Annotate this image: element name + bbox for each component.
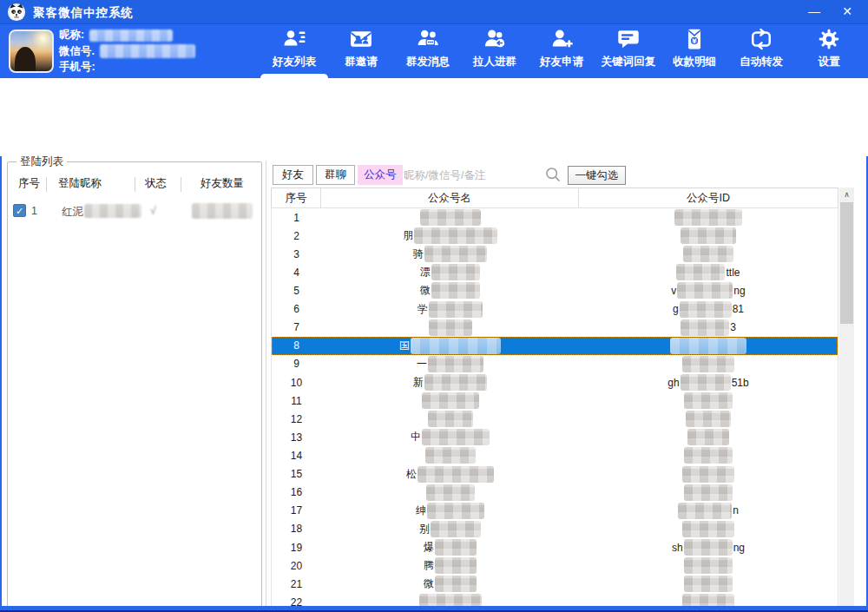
- tab-official-accounts[interactable]: 公众号: [358, 165, 403, 185]
- table-row[interactable]: 14: [272, 446, 838, 464]
- cell-no: 11: [272, 395, 321, 407]
- cell-account-name: 骑: [321, 247, 579, 261]
- app-logo-icon: [7, 3, 26, 22]
- nav-settings[interactable]: 设置: [790, 28, 868, 78]
- cell-text-fragment: 别: [419, 522, 430, 536]
- cell-account-name: 国: [321, 339, 579, 353]
- table-row[interactable]: 11: [272, 392, 838, 410]
- redaction-blur: [424, 246, 487, 262]
- header: 昵称: 微信号. 手机号: 好友列表 群邀请 群发消息 拉人进群 好友申请 关键…: [0, 24, 868, 78]
- redaction-blur: [429, 319, 472, 336]
- cell-text-fragment: 微: [420, 283, 431, 298]
- cell-text-fragment: 学: [418, 302, 428, 317]
- cell-no: 2: [272, 230, 321, 242]
- table-row[interactable]: 4漂ttle: [272, 263, 838, 281]
- col-index: 序号: [18, 176, 40, 191]
- scrollbar[interactable]: ∧ ∨: [839, 188, 854, 612]
- cell-account-id: shng: [579, 541, 838, 554]
- cell-text-fragment: 微: [424, 576, 434, 591]
- cell-account-id: [579, 412, 838, 425]
- select-all-button[interactable]: 一键勾选: [568, 166, 626, 185]
- cell-account-id: n: [579, 504, 838, 517]
- tab-friends[interactable]: 好友: [273, 165, 313, 185]
- redaction-blur: [684, 484, 733, 501]
- table-row[interactable]: 13中: [272, 428, 838, 446]
- login-row[interactable]: ✓ 1 红泥 √: [8, 201, 261, 223]
- login-row-nickname: 红泥: [62, 205, 83, 220]
- red-packet-icon: ¥: [683, 38, 706, 53]
- profile-info: 昵称: 微信号. 手机号:: [59, 27, 195, 76]
- cell-text-fragment: ng: [733, 285, 745, 297]
- redaction-blur: [682, 356, 734, 372]
- col-account-name: 公众号名: [321, 188, 579, 207]
- close-button[interactable]: ✕: [830, 0, 865, 24]
- cell-account-id: [579, 211, 838, 224]
- cell-account-name: 新: [321, 375, 579, 390]
- cell-no: 18: [272, 523, 321, 535]
- table-row[interactable]: 8国: [272, 337, 838, 355]
- table-row[interactable]: 17绅n: [272, 502, 838, 520]
- cell-no: 14: [272, 450, 321, 462]
- nav-auto-forward[interactable]: 自动转发: [722, 28, 800, 78]
- cell-account-id: [579, 559, 838, 572]
- window-title: 聚客微信中控系统: [33, 5, 134, 21]
- gear-icon: [818, 38, 840, 53]
- redaction-blur: [684, 576, 733, 592]
- nickname-label: 昵称:: [59, 29, 84, 41]
- redaction-blur: [435, 539, 477, 556]
- table-row[interactable]: 9一: [272, 355, 838, 373]
- redaction-blur: [428, 356, 483, 372]
- cell-text-fragment: n: [733, 504, 739, 517]
- tab-group-chat[interactable]: 群聊: [316, 165, 355, 185]
- redaction-blur: [429, 301, 483, 318]
- people-chat-icon: [417, 38, 439, 53]
- table-row[interactable]: 1: [272, 208, 838, 227]
- cell-no: 6: [272, 303, 321, 315]
- cell-account-name: [321, 211, 579, 224]
- cell-account-id: vng: [579, 284, 838, 297]
- cell-text-fragment: 绅: [416, 503, 426, 518]
- table-row[interactable]: 73: [272, 319, 838, 337]
- cell-account-id: [579, 523, 838, 536]
- cell-account-name: 微: [321, 283, 579, 298]
- login-table-header: 序号 登陆昵称 状态 好友数量: [8, 173, 261, 195]
- cell-text-fragment: 51b: [732, 377, 749, 389]
- login-row-checkbox[interactable]: ✓: [13, 204, 26, 217]
- cell-account-name: [321, 321, 579, 334]
- cell-text-fragment: 漂: [420, 265, 431, 280]
- table-row[interactable]: 3骑: [272, 245, 838, 263]
- scroll-up-icon[interactable]: ∧: [839, 188, 854, 201]
- table-row[interactable]: 15松: [272, 465, 838, 484]
- search-input[interactable]: [404, 165, 542, 185]
- window-border-bottom: [0, 606, 868, 612]
- cell-account-name: 腾: [321, 558, 579, 573]
- cell-no: 10: [272, 377, 321, 389]
- wechat-id-label: 微信号.: [59, 45, 95, 57]
- redaction-blur: [687, 429, 729, 445]
- cell-account-name: 中: [321, 430, 579, 444]
- cell-text-fragment: gh: [667, 377, 679, 389]
- login-list-panel: 登陆列表 序号 登陆昵称 状态 好友数量 ✓ 1 红泥 √: [7, 161, 262, 612]
- table-row[interactable]: 2朋: [272, 227, 838, 245]
- table-row[interactable]: 16: [272, 484, 838, 502]
- cell-text-fragment: 松: [406, 467, 417, 482]
- table-row[interactable]: 21微: [272, 575, 838, 593]
- redaction-blur: [684, 392, 733, 409]
- col-status: 状态: [145, 176, 167, 191]
- table-row[interactable]: 12: [272, 410, 838, 428]
- search-icon[interactable]: [544, 166, 562, 183]
- cell-text-fragment: 81: [733, 303, 744, 315]
- cell-no: 9: [272, 358, 321, 370]
- table-row[interactable]: 20腾: [272, 556, 838, 575]
- table-row[interactable]: 6学g81: [272, 300, 838, 319]
- table-row[interactable]: 19爆shng: [272, 538, 838, 556]
- friends-list-icon: [283, 38, 306, 53]
- minimize-button[interactable]: —: [797, 0, 832, 24]
- table-row[interactable]: 10新gh51b: [272, 373, 838, 392]
- cell-text-fragment: 一: [417, 357, 427, 372]
- table-row[interactable]: 18别: [272, 520, 838, 538]
- table-row[interactable]: 5微vng: [272, 281, 838, 299]
- login-list-legend: 登陆列表: [16, 155, 67, 169]
- redaction-blur: [422, 429, 490, 445]
- scrollbar-thumb[interactable]: [840, 202, 853, 324]
